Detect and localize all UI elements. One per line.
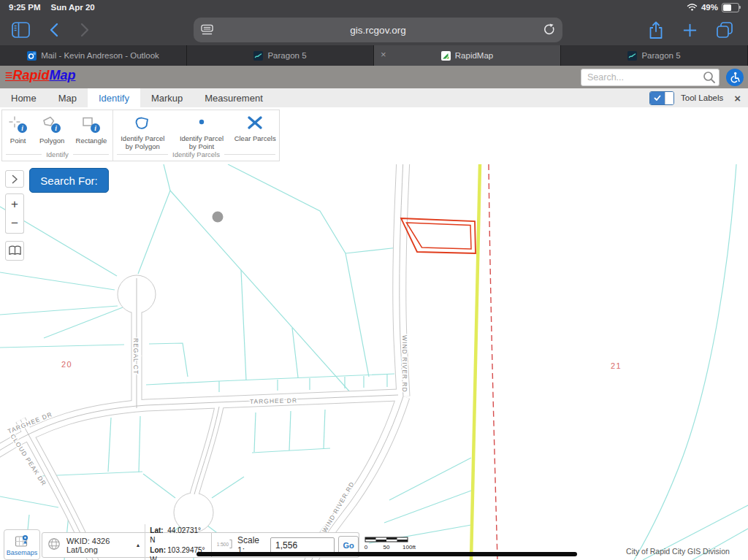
share-icon[interactable]: [649, 21, 663, 39]
scale-bar: 0 50 100ft: [364, 537, 422, 553]
svg-text:i: i: [21, 125, 23, 132]
chevron-right-icon: [11, 174, 18, 184]
map-area: TARGHEE DR TARGHEE DR CLOUD PEAK DR REGA…: [0, 164, 748, 560]
tabs-overview-icon[interactable]: [716, 22, 733, 38]
scale-icon: 1:500: [212, 537, 234, 553]
rapidmap-favicon: [441, 51, 451, 61]
point-crosshair-icon: i: [8, 115, 28, 135]
tab-paragon-1[interactable]: Paragon 5: [187, 45, 374, 66]
parcel-numbers: 20 21: [61, 360, 622, 370]
ribbon-toolbar: i Point i Polygon i Rectangle: [0, 107, 748, 164]
battery-percent: 49%: [701, 3, 718, 12]
zoom-out-button[interactable]: −: [5, 213, 24, 234]
basemap-pin-icon: [15, 534, 30, 548]
parcel-lines: [0, 164, 748, 560]
paragon-favicon: [253, 51, 263, 61]
tab-title: Mail - Kevin Andreson - Outlook: [41, 51, 159, 60]
parcel-number-20: 20: [61, 360, 72, 369]
zoom-in-button[interactable]: +: [5, 193, 24, 214]
date: Sun Apr 20: [50, 3, 94, 12]
clear-parcels-button[interactable]: Clear Parcels: [234, 115, 276, 142]
tab-paragon-2[interactable]: Paragon 5: [561, 45, 748, 66]
svg-text:i: i: [55, 125, 57, 132]
map-canvas[interactable]: TARGHEE DR TARGHEE DR CLOUD PEAK DR REGA…: [0, 164, 748, 560]
expand-panel-button[interactable]: [5, 170, 24, 188]
street-label-wind-river-upper: WIND RIVER RD: [401, 335, 408, 393]
search-icon[interactable]: [703, 71, 716, 87]
boundary-dashed-line: [489, 164, 497, 560]
tab-title: Paragon 5: [267, 51, 306, 60]
identify-parcel-by-polygon-button[interactable]: Identify Parcel by Polygon: [116, 115, 169, 151]
basemaps-button[interactable]: Basemaps: [4, 529, 40, 560]
identify-point-button[interactable]: i Point: [8, 115, 28, 145]
identify-parcel-by-point-button[interactable]: Identify Parcel by Point: [175, 115, 228, 151]
back-icon[interactable]: [49, 23, 59, 37]
street-label-targhee: TARGHEE DR: [250, 396, 297, 405]
app-search: [581, 69, 720, 86]
wheelchair-icon: [729, 72, 741, 83]
tab-markup[interactable]: Markup: [140, 88, 194, 107]
rapidmap-logo: ≡RapidMap: [5, 68, 76, 83]
identify-group-label: Identify: [6, 150, 109, 158]
app-header: ≡RapidMap: [0, 66, 748, 88]
close-tab-icon[interactable]: ×: [381, 49, 386, 61]
svg-text:i: i: [94, 125, 96, 132]
rectangle-icon: i: [81, 115, 102, 135]
svg-text:50: 50: [383, 544, 390, 551]
projection-icon: [42, 537, 64, 554]
tab-identify[interactable]: Identify: [88, 88, 140, 107]
tab-mail-outlook[interactable]: Mail - Kevin Andreson - Outlook: [0, 45, 187, 66]
tool-labels-label: Tool Labels: [681, 93, 723, 102]
wkid-selector[interactable]: WKID: 4326 Lat/Long ▲: [64, 537, 145, 554]
clock: 9:25 PM: [9, 3, 40, 12]
status-bar: 9:25 PM Sun Apr 20 49%: [0, 0, 748, 15]
identify-group: i Point i Polygon i Rectangle: [2, 110, 113, 161]
tab-map[interactable]: Map: [47, 88, 88, 107]
selected-parcel-outline: [401, 218, 476, 253]
url-text: gis.rcgov.org: [350, 25, 405, 36]
address-bar[interactable]: gis.rcgov.org: [194, 18, 562, 42]
city-limit-line: [471, 164, 480, 560]
page-settings-icon[interactable]: [201, 24, 213, 38]
sidebar-icon[interactable]: [12, 22, 30, 38]
svg-text:100ft: 100ft: [402, 544, 416, 551]
reload-icon[interactable]: [543, 23, 555, 38]
street-label-regal-ct: REGAL CT: [132, 338, 140, 375]
accessibility-button[interactable]: [726, 69, 744, 86]
blue-polygon-icon: [133, 115, 152, 133]
clear-x-icon: [245, 115, 264, 133]
tab-measurement[interactable]: Measurement: [194, 88, 273, 107]
blue-point-icon: [192, 115, 211, 133]
svg-text:1:500: 1:500: [217, 541, 229, 546]
identify-parcels-group-label: Identify Parcels: [117, 150, 275, 158]
identify-parcels-group: Identify Parcel by Polygon Identify Parc…: [113, 110, 279, 161]
tool-labels-toggle[interactable]: [649, 91, 674, 105]
paragon-favicon: [627, 51, 637, 61]
identify-rectangle-button[interactable]: i Rectangle: [76, 115, 107, 145]
svg-text:0: 0: [365, 544, 368, 551]
tab-strip: Mail - Kevin Andreson - Outlook Paragon …: [0, 45, 748, 66]
identify-polygon-button[interactable]: i Polygon: [39, 115, 64, 145]
new-tab-icon[interactable]: [682, 23, 698, 38]
coordinates-panel: WKID: 4326 Lat/Long ▲ Lat:44.02731° N Lo…: [42, 532, 212, 558]
scale-input[interactable]: [270, 537, 335, 553]
check-icon: [650, 92, 665, 104]
polygon-icon: i: [42, 115, 62, 135]
home-indicator: [196, 552, 577, 556]
close-toolbar-icon[interactable]: ×: [730, 92, 741, 104]
battery-icon: [722, 3, 739, 12]
tab-rapidmap[interactable]: × RapidMap: [374, 45, 561, 66]
search-for-button[interactable]: Search For:: [29, 168, 109, 193]
forward-icon[interactable]: [80, 23, 90, 37]
tab-title: Paragon 5: [641, 51, 680, 60]
bookmarks-button[interactable]: [5, 241, 24, 261]
browser-toolbar: gis.rcgov.org: [0, 15, 748, 45]
map-point-marker: [213, 212, 224, 223]
outlook-favicon: [27, 51, 37, 61]
wifi-icon: [687, 3, 698, 12]
tab-home[interactable]: Home: [0, 88, 47, 107]
search-input[interactable]: [581, 69, 720, 86]
map-attribution: City of Rapid City GIS Division: [612, 547, 744, 556]
dropdown-arrow-icon: ▲: [135, 542, 140, 548]
parcel-number-21: 21: [611, 361, 622, 370]
